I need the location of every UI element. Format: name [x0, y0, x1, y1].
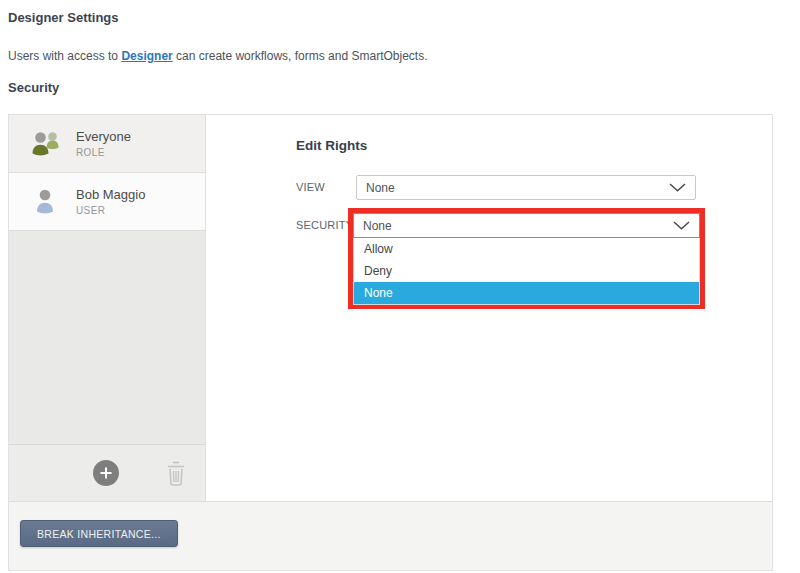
principal-info: Everyone ROLE — [76, 129, 131, 158]
break-inheritance-button[interactable]: BREAK INHERITANCE... — [20, 520, 178, 547]
chevron-down-icon — [673, 219, 690, 233]
security-section-title: Security — [8, 80, 59, 95]
group-role-icon — [29, 128, 63, 159]
security-options-list: Allow Deny None — [353, 238, 700, 305]
edit-rights-panel: Edit Rights VIEW None SECURITY None Allo… — [206, 115, 772, 501]
security-select[interactable]: None — [353, 213, 700, 238]
principal-info: Bob Maggio USER — [76, 187, 145, 216]
principal-type: USER — [76, 205, 145, 216]
access-description: Users with access to Designer can create… — [8, 49, 428, 63]
description-prefix: Users with access to — [8, 49, 121, 63]
view-select-value: None — [366, 181, 669, 195]
dropdown-option-deny[interactable]: Deny — [354, 260, 699, 282]
delete-principal-button[interactable] — [165, 460, 187, 487]
list-item-bob-maggio[interactable]: Bob Maggio USER — [9, 173, 205, 231]
description-suffix: can create workflows, forms and SmartObj… — [173, 49, 428, 63]
edit-rights-title: Edit Rights — [296, 138, 367, 153]
principal-list-toolbar — [9, 444, 205, 501]
red-annotation-box: None Allow Deny None — [348, 208, 705, 309]
trash-icon — [165, 460, 187, 487]
page-title: Designer Settings — [8, 10, 119, 25]
view-select[interactable]: None — [356, 175, 696, 200]
plus-icon — [99, 466, 113, 480]
principal-list: Everyone ROLE Bob Maggio USER — [9, 115, 206, 501]
principal-name: Everyone — [76, 129, 131, 144]
list-item-everyone[interactable]: Everyone ROLE — [9, 115, 205, 173]
chevron-down-icon — [669, 181, 686, 195]
principal-name: Bob Maggio — [76, 187, 145, 202]
security-label: SECURITY — [296, 219, 353, 231]
single-user-icon — [29, 186, 63, 217]
footer-bar: BREAK INHERITANCE... — [9, 501, 772, 570]
view-label: VIEW — [296, 181, 325, 193]
principal-type: ROLE — [76, 147, 131, 158]
dropdown-option-allow[interactable]: Allow — [354, 238, 699, 260]
add-principal-button[interactable] — [93, 460, 119, 486]
security-select-value: None — [363, 219, 673, 233]
security-panel: Everyone ROLE Bob Maggio USER — [8, 114, 773, 571]
designer-link[interactable]: Designer — [121, 49, 172, 63]
dropdown-option-none[interactable]: None — [354, 282, 699, 304]
